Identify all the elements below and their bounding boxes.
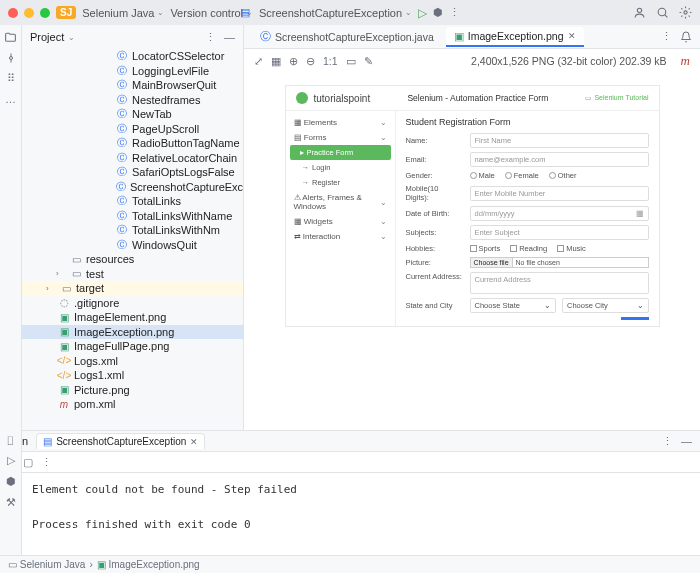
input: Enter Subject xyxy=(470,225,649,240)
folder-icon: ▭ xyxy=(70,254,82,265)
image-icon: ▣ xyxy=(454,30,464,42)
toolwindow-gutter: ⠿ … xyxy=(0,25,22,430)
zoom-window-icon[interactable] xyxy=(40,8,50,18)
window-controls[interactable] xyxy=(8,8,50,18)
tree-class: ⒸNestedframes xyxy=(22,93,243,108)
svg-point-2 xyxy=(684,11,687,14)
editor-tab[interactable]: ⒸScreenshotCaptureException.java xyxy=(252,27,442,47)
class-icon: Ⓒ xyxy=(116,165,128,179)
page-title: Selenium - Automation Practice Form xyxy=(376,93,579,103)
class-icon: Ⓒ xyxy=(116,78,128,92)
run-tab[interactable]: ▤ScreenshotCaptureException✕ xyxy=(36,433,205,449)
image-icon: ▣ xyxy=(58,384,70,395)
user-icon[interactable] xyxy=(633,6,646,19)
project-tree[interactable]: ⒸLocatorCSSelector ⒸLoggingLevlFile ⒸMai… xyxy=(22,49,243,430)
close-window-icon[interactable] xyxy=(8,8,18,18)
folder-icon: ▭ xyxy=(60,283,72,294)
pencil-icon[interactable]: ✎ xyxy=(364,55,373,67)
run-options-icon[interactable]: ⋮ xyxy=(662,435,673,448)
project-selector[interactable]: Selenium Java⌄ xyxy=(82,7,164,19)
run-icon[interactable]: ▷ xyxy=(418,6,427,20)
close-icon[interactable]: ✕ xyxy=(190,437,198,447)
project-sidebar-header[interactable]: Project ⌄ ⋮ — xyxy=(22,25,243,49)
label: Date of Birth: xyxy=(406,209,464,218)
breadcrumb-root[interactable]: ▭ Selenium Java xyxy=(8,559,85,570)
console-output[interactable]: Element could not be found - Step failed… xyxy=(22,473,700,560)
notifications-icon[interactable] xyxy=(680,31,692,43)
debug-icon[interactable]: ⬢ xyxy=(433,6,443,19)
chevron-right-icon: › xyxy=(89,559,92,570)
sidebar-more-icon[interactable]: ⋮ xyxy=(205,31,216,44)
image-icon: ▣ xyxy=(58,312,70,323)
run-icon[interactable]: ▷ xyxy=(7,454,15,467)
label: Current Address: xyxy=(406,272,464,281)
calendar-icon: ▦ xyxy=(636,209,644,218)
tree-class: ⒸMainBrowserQuit xyxy=(22,78,243,93)
input: First Name xyxy=(470,133,649,148)
tree-file: ◌.gitignore xyxy=(22,296,243,311)
tutorial-link: ▭ Selenium Tutorial xyxy=(585,94,648,102)
folder-icon: ▭ xyxy=(70,268,82,279)
tree-file: ▣ImageElement.png xyxy=(22,310,243,325)
tab-options-icon[interactable]: ⋮ xyxy=(661,30,672,43)
class-icon: Ⓒ xyxy=(260,30,271,44)
project-badge: SJ xyxy=(56,6,76,19)
tree-folder: ›▭test xyxy=(22,267,243,282)
image-toolbar: ⤢ ▦ ⊕ ⊖ 1:1 ▭ ✎ 2,400x1,526 PNG (32-bit … xyxy=(244,49,700,73)
form-title: Student Registration Form xyxy=(406,117,649,127)
zoom-fit-icon[interactable]: ⤢ xyxy=(254,55,263,67)
tree-file: ▣Picture.png xyxy=(22,383,243,398)
project-toolwindow-icon[interactable] xyxy=(4,31,17,44)
sidebar-hide-icon[interactable]: — xyxy=(224,31,235,43)
accordion-item: ▦ Elements⌄ xyxy=(286,115,395,130)
zoom-ratio[interactable]: 1:1 xyxy=(323,55,338,67)
chevron-right-icon[interactable]: › xyxy=(56,269,66,278)
minimize-window-icon[interactable] xyxy=(24,8,34,18)
tree-class: ⒸTotalLinksWithNm xyxy=(22,223,243,238)
hide-icon[interactable]: — xyxy=(681,435,692,447)
stop-icon[interactable]: ▢ xyxy=(23,456,33,469)
build-icon[interactable]: ⚒ xyxy=(6,496,16,509)
commit-toolwindow-icon[interactable] xyxy=(5,52,17,64)
accordion-item: ⇄ Interaction⌄ xyxy=(286,229,395,244)
nav-item: →Login xyxy=(286,160,395,175)
more-toolwindows-icon[interactable]: … xyxy=(5,93,16,105)
svg-point-3 xyxy=(9,57,12,60)
search-icon[interactable] xyxy=(656,6,669,19)
tree-class: ⒸNewTab xyxy=(22,107,243,122)
more-icon[interactable]: ⋮ xyxy=(449,6,460,19)
class-icon: Ⓒ xyxy=(116,223,128,237)
class-icon: Ⓒ xyxy=(116,107,128,121)
tree-folder: ›▭target xyxy=(22,281,243,296)
breadcrumb-file[interactable]: ▣ ImageException.png xyxy=(97,559,200,570)
terminal-icon[interactable]: ⌷ xyxy=(7,434,14,446)
debug-icon[interactable]: ⬢ xyxy=(6,475,16,488)
close-tab-icon[interactable]: ✕ xyxy=(568,31,576,41)
class-icon: Ⓒ xyxy=(116,209,128,223)
structure-toolwindow-icon[interactable]: ⠿ xyxy=(7,72,15,85)
gear-icon[interactable] xyxy=(679,6,692,19)
label: Subjects: xyxy=(406,228,464,237)
run-tool-window: Run ▤ScreenshotCaptureException✕ ⋮ — ↻ ▢… xyxy=(0,430,700,560)
tree-class: ⒸRelativeLocatorChain xyxy=(22,151,243,166)
svg-point-0 xyxy=(637,8,641,12)
accordion-item: ⚠ Alerts, Frames & Windows⌄ xyxy=(286,190,395,214)
chevron-right-icon[interactable]: › xyxy=(46,284,56,293)
gitignore-icon: ◌ xyxy=(58,297,70,308)
grid-icon[interactable]: ▦ xyxy=(271,55,281,67)
label: State and City xyxy=(406,301,464,310)
class-icon: Ⓒ xyxy=(116,93,128,107)
sidebar-title: Project xyxy=(30,31,64,43)
accordion-item: ▦ Widgets⌄ xyxy=(286,214,395,229)
input: name@example.com xyxy=(470,152,649,167)
tree-folder: ▭resources xyxy=(22,252,243,267)
maven-indicator-icon[interactable]: m xyxy=(681,53,690,69)
tree-file-selected: ▣ImageException.png xyxy=(22,325,243,340)
more-icon[interactable]: ⋮ xyxy=(41,456,52,469)
run-config-selector[interactable]: ▤ ScreenshotCaptureException⌄ xyxy=(240,6,412,19)
run-config-icon: ▤ xyxy=(43,436,52,447)
zoom-out-icon[interactable]: ⊖ xyxy=(306,55,315,67)
color-picker-icon[interactable]: ▭ xyxy=(346,55,356,67)
zoom-in-icon[interactable]: ⊕ xyxy=(289,55,298,67)
editor-tab-active[interactable]: ▣ImageException.png✕ xyxy=(446,27,584,47)
